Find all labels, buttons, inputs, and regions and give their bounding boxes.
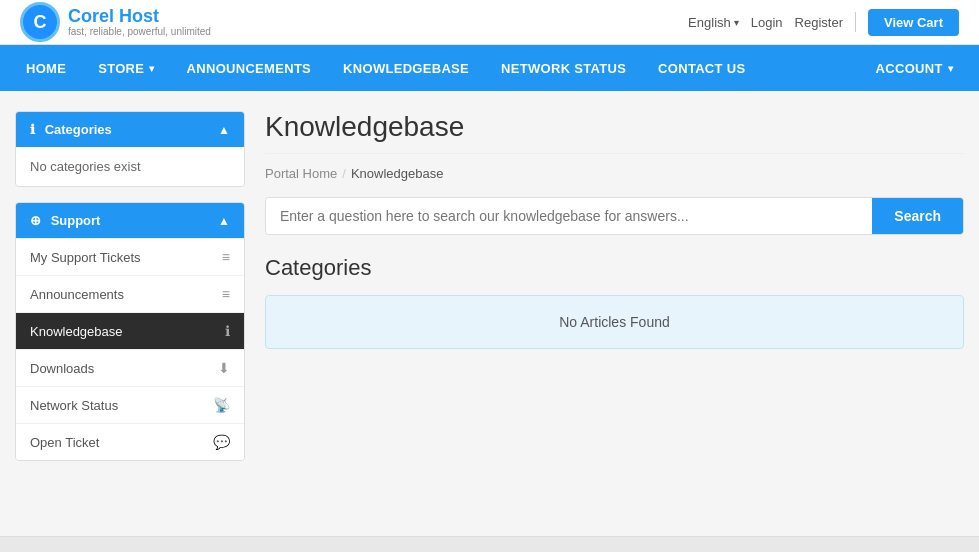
language-selector[interactable]: English ▾ xyxy=(688,15,739,30)
sidebar-item-network-status[interactable]: Network Status 📡 xyxy=(16,386,244,423)
page-title: Knowledgebase xyxy=(265,111,964,143)
sidebar-categories-section: ℹ Categories ▲ No categories exist xyxy=(15,111,245,187)
announcements-icon: ≡ xyxy=(222,286,230,302)
store-caret: ▾ xyxy=(149,63,154,74)
network-status-icon: 📡 xyxy=(213,397,230,413)
search-input[interactable] xyxy=(266,198,872,234)
categories-header-label: Categories xyxy=(45,122,112,137)
search-button[interactable]: Search xyxy=(872,198,963,234)
categories-title: Categories xyxy=(265,255,964,281)
nav-home[interactable]: HOME xyxy=(10,45,82,91)
sidebar: ℹ Categories ▲ No categories exist ⊕ Sup… xyxy=(15,111,245,476)
sidebar-support-section: ⊕ Support ▲ My Support Tickets ≡ Announc… xyxy=(15,202,245,461)
no-articles-message: No Articles Found xyxy=(265,295,964,349)
top-bar: C Corel Host fast, reliable, powerful, u… xyxy=(0,0,979,45)
content-area: Knowledgebase Portal Home / Knowledgebas… xyxy=(265,111,964,476)
nav-network-status[interactable]: NETWORK STATUS xyxy=(485,45,642,91)
navbar: HOME STORE ▾ ANNOUNCEMENTS KNOWLEDGEBASE… xyxy=(0,45,979,91)
breadcrumb: Portal Home / Knowledgebase xyxy=(265,166,964,181)
categories-chevron: ▲ xyxy=(218,123,230,137)
logo-text: Corel Host fast, reliable, powerful, unl… xyxy=(68,7,211,38)
divider xyxy=(855,12,856,32)
downloads-icon: ⬇ xyxy=(218,360,230,376)
network-status-label: Network Status xyxy=(30,398,118,413)
search-bar: Search xyxy=(265,197,964,235)
nav-account[interactable]: ACCOUNT ▾ xyxy=(860,45,969,91)
title-divider xyxy=(265,153,964,154)
support-header-label: Support xyxy=(51,213,101,228)
breadcrumb-home[interactable]: Portal Home xyxy=(265,166,337,181)
footer: Copyright © 2019 Corel Host. All Rights … xyxy=(0,536,979,552)
categories-header-left: ℹ Categories xyxy=(30,122,112,137)
support-chevron: ▲ xyxy=(218,214,230,228)
nav-store[interactable]: STORE ▾ xyxy=(82,45,170,91)
nav-knowledgebase[interactable]: KNOWLEDGEBASE xyxy=(327,45,485,91)
support-tickets-label: My Support Tickets xyxy=(30,250,141,265)
logo-tagline: fast, reliable, powerful, unlimited xyxy=(68,26,211,37)
nav-contact-us[interactable]: CONTACT US xyxy=(642,45,761,91)
language-caret: ▾ xyxy=(734,17,739,28)
logo-name: Corel Host xyxy=(68,7,211,27)
sidebar-support-header[interactable]: ⊕ Support ▲ xyxy=(16,203,244,238)
sidebar-item-open-ticket[interactable]: Open Ticket 💬 xyxy=(16,423,244,460)
knowledgebase-icon: ℹ xyxy=(225,323,230,339)
support-globe-icon: ⊕ xyxy=(30,213,41,228)
main-container: ℹ Categories ▲ No categories exist ⊕ Sup… xyxy=(0,91,979,496)
sidebar-support-body: My Support Tickets ≡ Announcements ≡ Kno… xyxy=(16,238,244,460)
sidebar-item-support-tickets[interactable]: My Support Tickets ≡ xyxy=(16,238,244,275)
logo-icon: C xyxy=(20,2,60,42)
open-ticket-label: Open Ticket xyxy=(30,435,99,450)
announcements-label: Announcements xyxy=(30,287,124,302)
account-caret: ▾ xyxy=(948,63,953,74)
logo-letter: C xyxy=(34,12,47,33)
downloads-label: Downloads xyxy=(30,361,94,376)
logo: C Corel Host fast, reliable, powerful, u… xyxy=(20,2,211,42)
categories-info-icon: ℹ xyxy=(30,122,35,137)
view-cart-button[interactable]: View Cart xyxy=(868,9,959,36)
support-header-left: ⊕ Support xyxy=(30,213,100,228)
login-link[interactable]: Login xyxy=(751,15,783,30)
nav-spacer xyxy=(761,45,859,91)
breadcrumb-separator: / xyxy=(342,166,346,181)
register-link[interactable]: Register xyxy=(795,15,843,30)
sidebar-item-knowledgebase[interactable]: Knowledgebase ℹ xyxy=(16,312,244,349)
language-label: English xyxy=(688,15,731,30)
support-tickets-icon: ≡ xyxy=(222,249,230,265)
sidebar-item-announcements[interactable]: Announcements ≡ xyxy=(16,275,244,312)
sidebar-categories-body: No categories exist xyxy=(16,147,244,186)
sidebar-item-downloads[interactable]: Downloads ⬇ xyxy=(16,349,244,386)
breadcrumb-current: Knowledgebase xyxy=(351,166,444,181)
nav-announcements[interactable]: ANNOUNCEMENTS xyxy=(171,45,328,91)
sidebar-categories-header[interactable]: ℹ Categories ▲ xyxy=(16,112,244,147)
categories-empty-label: No categories exist xyxy=(16,147,244,186)
knowledgebase-label: Knowledgebase xyxy=(30,324,123,339)
open-ticket-icon: 💬 xyxy=(213,434,230,450)
